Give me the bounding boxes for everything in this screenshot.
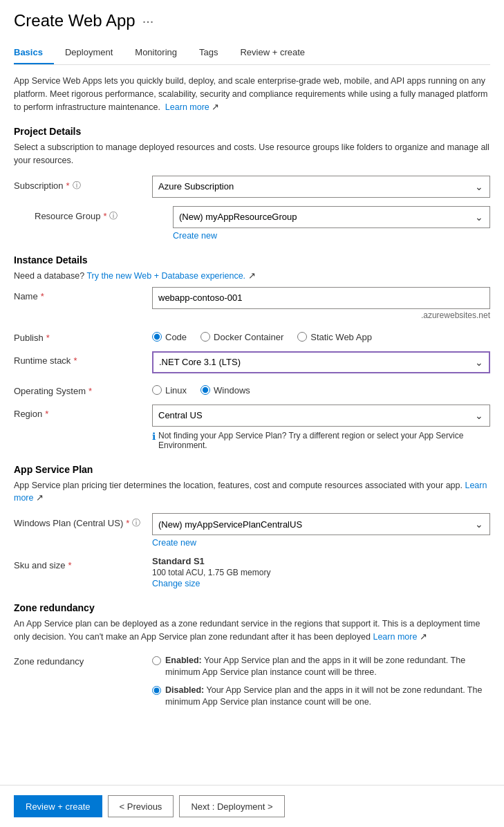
publish-code-option[interactable]: Code [152,332,187,342]
publish-label: Publish * [14,328,152,343]
page-title-row: Create Web App ··· [14,11,490,30]
os-label: Operating System * [14,382,152,396]
region-select-wrapper[interactable]: Central US [152,405,490,427]
windows-plan-select-wrapper[interactable]: (New) myAppServicePlanCentralUS [152,513,490,535]
name-input[interactable] [152,287,490,309]
os-radio-group: Linux Windows [152,382,490,396]
zone-redundancy-row: Zone redundancy Enabled: Your App Servic… [14,652,490,709]
os-windows-option[interactable]: Windows [200,385,250,396]
publish-static-option[interactable]: Static Web App [297,332,372,342]
os-row: Operating System * Linux Windows [14,382,490,396]
app-service-plan-desc: App Service plan pricing tier determines… [14,479,490,505]
windows-plan-row: Windows Plan (Central US) * ⓘ (New) myAp… [14,513,490,548]
subscription-select[interactable]: Azure Subscription [152,176,490,198]
resource-group-info-icon[interactable]: ⓘ [109,210,118,222]
zone-learn-more-link[interactable]: Learn more [373,632,417,642]
runtime-label: Runtime stack * [14,351,152,366]
project-details-desc: Select a subscription to manage deployed… [14,141,490,167]
zone-enabled-option[interactable]: Enabled: Your App Service plan and the a… [152,655,490,679]
zone-redundancy-desc: An App Service plan can be deployed as a… [14,617,490,644]
region-info-message: ℹ Not finding your App Service Plan? Try… [152,431,490,450]
publish-radio-group: Code Docker Container Static Web App [152,328,490,342]
resource-group-select[interactable]: (New) myAppResourceGroup [173,206,490,228]
windows-plan-create-new-link[interactable]: Create new [152,538,196,548]
page-description: App Service Web Apps lets you quickly bu… [14,75,490,113]
runtime-select-wrapper[interactable]: .NET Core 3.1 (LTS) [152,351,490,373]
subscription-label: Subscription * ⓘ [14,176,152,192]
title-more-icon[interactable]: ··· [142,13,154,29]
next-button[interactable]: Next : Deployment > [179,795,284,817]
resource-group-create-new-link[interactable]: Create new [173,231,217,241]
subscription-row: Subscription * ⓘ Azure Subscription [14,176,490,198]
sku-label: Sku and size * [14,556,152,570]
project-details-title: Project Details [14,126,490,137]
sku-detail: 100 total ACU, 1.75 GB memory [152,568,490,577]
azurewebsites-suffix: .azurewebsites.net [152,310,490,320]
os-linux-option[interactable]: Linux [152,385,187,396]
instance-details-db-note: Need a database? Try the new Web + Datab… [14,270,490,283]
zone-redundancy-label: Zone redundancy [14,652,152,667]
name-row: Name * .azurewebsites.net [14,287,490,320]
bottom-bar: Review + create < Previous Next : Deploy… [0,785,504,827]
windows-plan-label: Windows Plan (Central US) * ⓘ [14,513,152,529]
previous-button[interactable]: < Previous [108,795,174,817]
name-label: Name * [14,287,152,301]
region-row: Region * Central US ℹ Not finding your A… [14,405,490,450]
app-service-plan-title: App Service Plan [14,464,490,475]
publish-docker-option[interactable]: Docker Container [200,332,283,342]
learn-more-link[interactable]: Learn more [165,102,209,112]
tab-basics[interactable]: Basics [14,41,54,64]
region-select[interactable]: Central US [152,405,490,427]
zone-redundancy-title: Zone redundancy [14,602,490,613]
sku-name: Standard S1 [152,556,490,566]
subscription-info-icon[interactable]: ⓘ [73,180,81,192]
db-experience-link[interactable]: Try the new Web + Database experience. [86,271,245,281]
info-icon: ℹ [152,431,156,442]
subscription-select-wrapper[interactable]: Azure Subscription [152,176,490,198]
tab-tags[interactable]: Tags [188,41,229,64]
tab-deployment[interactable]: Deployment [54,41,124,64]
sku-row: Sku and size * Standard S1 100 total ACU… [14,556,490,588]
runtime-row: Runtime stack * .NET Core 3.1 (LTS) [14,351,490,373]
resource-group-label: Resource Group * ⓘ [35,206,173,222]
resource-group-select-wrapper[interactable]: (New) myAppResourceGroup [173,206,490,228]
tab-monitoring[interactable]: Monitoring [124,41,188,64]
publish-row: Publish * Code Docker Container Static W… [14,328,490,343]
zone-disabled-option[interactable]: Disabled: Your App Service plan and the … [152,685,490,709]
zone-redundancy-radio-group: Enabled: Your App Service plan and the a… [152,652,490,709]
tab-bar: Basics Deployment Monitoring Tags Review… [14,41,490,65]
instance-details-title: Instance Details [14,254,490,266]
change-size-link[interactable]: Change size [152,579,200,588]
page-title: Create Web App [14,11,136,30]
windows-plan-info-icon[interactable]: ⓘ [132,517,140,529]
review-create-button[interactable]: Review + create [14,795,102,817]
resource-group-row: Resource Group * ⓘ (New) myAppResourceGr… [35,206,490,241]
runtime-select[interactable]: .NET Core 3.1 (LTS) [152,351,490,373]
tab-review-create[interactable]: Review + create [229,41,316,64]
windows-plan-select[interactable]: (New) myAppServicePlanCentralUS [152,513,490,535]
region-label: Region * [14,405,152,419]
